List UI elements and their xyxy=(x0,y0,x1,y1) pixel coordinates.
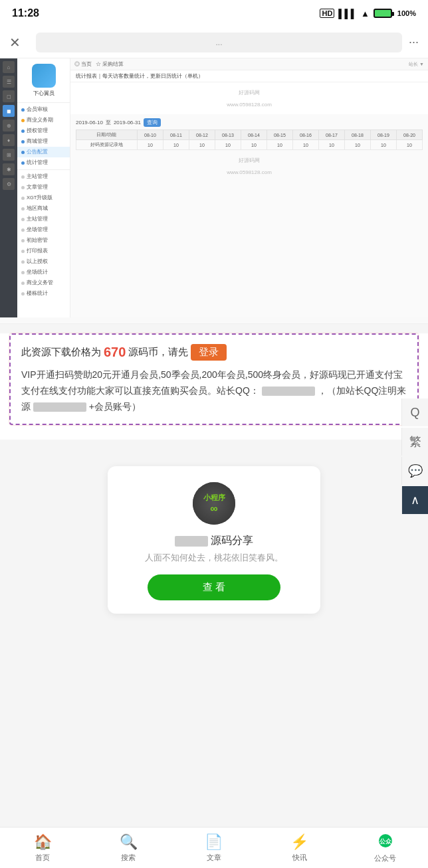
traditional-btn[interactable]: 繁 xyxy=(401,428,428,456)
dot-1 xyxy=(21,108,25,112)
th-function: 日期/功能 xyxy=(76,130,138,140)
nav-label-3: 授权管理 xyxy=(27,128,48,134)
cell-15: 10 xyxy=(267,140,292,150)
bottom-nav: 🏠 首页 🔍 搜索 📄 文章 ⚡ 快讯 公众 公众号 xyxy=(0,827,428,868)
article-icon: 📄 xyxy=(205,833,223,851)
left-icon-4: ♦ xyxy=(3,134,15,146)
login-button[interactable]: 登录 xyxy=(191,344,227,361)
nav-item-8[interactable]: 文章管理 xyxy=(17,182,70,193)
top-tab-2: ☆ 采购结算 xyxy=(96,60,124,68)
status-time: 11:28 xyxy=(12,7,39,19)
dot-18 xyxy=(21,292,25,296)
site-breadcrumb-text: 统计报表｜每天访客数量统计，更新日历统计（单机） xyxy=(76,72,203,80)
scroll-top-btn[interactable]: ∧ xyxy=(401,486,428,514)
dot-4 xyxy=(21,140,25,143)
nav-item-13[interactable]: 初始密管 xyxy=(17,235,70,246)
dot-5 xyxy=(21,151,25,154)
dot-17 xyxy=(21,282,25,285)
nav-item-17[interactable]: 商业义务管 xyxy=(17,278,70,288)
date-query-btn[interactable]: 查询 xyxy=(144,118,161,127)
mp-view-button[interactable]: 查 看 xyxy=(148,574,280,600)
notice-price: 670 xyxy=(104,345,126,360)
left-icon-2: ◻ xyxy=(3,90,15,102)
mp-icon-content: 小程序 ∞ xyxy=(203,493,225,515)
dot-2 xyxy=(21,119,25,122)
close-button[interactable]: ✕ xyxy=(9,35,29,50)
nav-item-1[interactable]: 会员审核 xyxy=(17,104,70,115)
nav-item-14[interactable]: 打印报表 xyxy=(17,246,70,256)
row-name: 好码资源记录地 xyxy=(76,140,138,150)
nav-label-9: XGT升级版 xyxy=(27,195,53,201)
nav-item-12[interactable]: 坐场管理 xyxy=(17,224,70,235)
left-icon-home: ⌂ xyxy=(3,61,15,73)
dot-8 xyxy=(21,186,25,189)
nav-label-13: 初始密管 xyxy=(27,237,48,244)
url-text: ... xyxy=(209,38,229,47)
nav-label-14: 打印报表 xyxy=(27,248,48,254)
more-button[interactable]: ··· xyxy=(409,35,419,49)
nav-item-4[interactable]: 商城管理 xyxy=(17,136,70,147)
th-0813: 08-13 xyxy=(215,130,241,140)
notice-suffix2: +会员账号） xyxy=(89,401,141,412)
th-0810: 08-10 xyxy=(137,130,163,140)
nav-item-9[interactable]: XGT升级版 xyxy=(17,193,70,203)
nav-item-news[interactable]: ⚡ 快讯 xyxy=(257,833,342,863)
home-label: 首页 xyxy=(35,853,50,863)
nav-label-12: 坐场管理 xyxy=(27,226,48,233)
nav-item-15[interactable]: 以上授权 xyxy=(17,256,70,267)
dot-10 xyxy=(21,207,25,211)
th-0818: 08-18 xyxy=(344,130,370,140)
nav-item-18[interactable]: 楼栋统计 xyxy=(17,288,70,299)
th-0811: 08-11 xyxy=(163,130,189,140)
notice-box: 此资源下载价格为 670 源码币，请先 登录 VIP开通扫码赞助20元开通月会员… xyxy=(9,333,419,425)
signal-icon: ▌▌▌ xyxy=(338,9,357,19)
cell-17: 10 xyxy=(318,140,344,150)
cell-18: 10 xyxy=(344,140,370,150)
logo-name: 下心翼员 xyxy=(33,90,54,97)
nav-item-article[interactable]: 📄 文章 xyxy=(171,833,257,863)
source-redacted xyxy=(33,402,86,412)
website-screenshot: ⌂ ☰ ◻ ◼ ⊕ ♦ ⊞ ✱ ⚙ 下心翼员 会员审核 商 xyxy=(0,58,428,324)
nav-label-18: 楼栋统计 xyxy=(27,290,48,297)
watermark-url-1: www.0598128.com xyxy=(70,99,428,110)
nav-item-home[interactable]: 🏠 首页 xyxy=(0,833,86,863)
nav-item-2[interactable]: 商业义务期 xyxy=(17,115,70,126)
bottom-spacer xyxy=(0,638,428,684)
nav-label-10: 地区商城 xyxy=(27,205,48,212)
nav-item-7[interactable]: 主站管理 xyxy=(17,171,70,182)
url-bar[interactable]: ... xyxy=(36,33,402,52)
cell-10: 10 xyxy=(137,140,163,150)
nav-item-10[interactable]: 地区商城 xyxy=(17,203,70,214)
chat-btn[interactable]: 💬 xyxy=(401,457,428,485)
cell-14: 10 xyxy=(241,140,267,150)
nav-label-15: 以上授权 xyxy=(27,258,48,265)
nav-label-1: 会员审核 xyxy=(27,106,48,113)
nav-item-16[interactable]: 坐场统计 xyxy=(17,267,70,278)
nav-item-6[interactable]: 统计管理 xyxy=(17,157,70,168)
cell-19: 10 xyxy=(370,140,396,150)
dot-14 xyxy=(21,250,25,253)
traditional-icon: 繁 xyxy=(409,434,421,450)
site-left-sidebar: ⌂ ☰ ◻ ◼ ⊕ ♦ ⊞ ✱ ⚙ xyxy=(0,58,17,317)
left-icon-3: ⊕ xyxy=(3,120,15,131)
notice-body: VIP开通扫码赞助20元开通月会员,50季会员,200年会员,500终身会员，好… xyxy=(21,367,407,414)
th-0816: 08-16 xyxy=(292,130,318,140)
nav-item-search[interactable]: 🔍 搜索 xyxy=(86,833,171,863)
nav-item-5[interactable]: 公告配置 xyxy=(17,147,70,157)
notice-prefix: 此资源下载价格为 xyxy=(21,346,101,359)
nav-item-mp[interactable]: 公众 公众号 xyxy=(342,833,428,863)
nav-item-11[interactable]: 主站管理 xyxy=(17,214,70,224)
top-right: 站长 ▼ xyxy=(409,61,424,68)
hd-label: HD xyxy=(320,9,334,18)
search-icon: 🔍 xyxy=(120,833,138,851)
cell-16: 10 xyxy=(292,140,318,150)
date-from: 2019-06-10 xyxy=(76,120,103,126)
dot-16 xyxy=(21,271,25,274)
date-to: 2019-06-31 xyxy=(114,120,141,126)
nav-label-17: 商业义务管 xyxy=(27,280,53,286)
nav-item-3[interactable]: 授权管理 xyxy=(17,126,70,136)
nav-label-4: 商城管理 xyxy=(27,138,48,145)
mp-nav-label: 公众号 xyxy=(374,853,396,863)
qq-float-btn[interactable]: Q xyxy=(401,398,428,426)
th-0815: 08-15 xyxy=(267,130,292,140)
